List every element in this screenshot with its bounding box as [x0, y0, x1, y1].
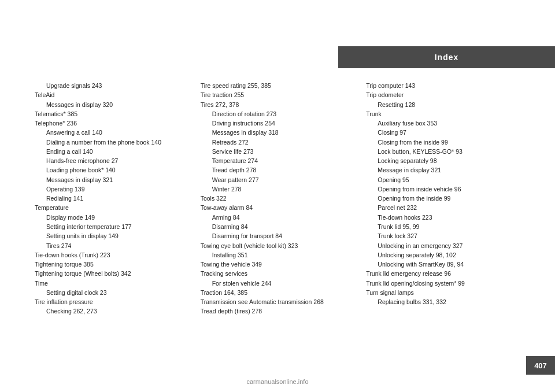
list-item: Unlocking with SmartKey 89, 94	[366, 260, 526, 269]
list-item: Transmission see Automatic transmission …	[201, 297, 361, 306]
list-item: Temperature	[35, 203, 195, 212]
list-item: Ending a call 140	[35, 147, 195, 156]
list-item: Checking 262, 273	[35, 306, 195, 316]
list-item: Towing eye bolt (vehicle tool kit) 323	[201, 241, 361, 250]
list-item: Resetting 128	[366, 100, 526, 109]
list-item: Trunk lid 95, 99	[366, 222, 526, 231]
list-item: Upgrade signals 243	[35, 81, 195, 90]
list-item: Setting interior temperature 177	[35, 222, 195, 231]
index-column-1: Upgrade signals 243TeleAidMessages in di…	[35, 81, 201, 357]
list-item: Dialing a number from the phone book 140	[35, 138, 195, 147]
list-item: Hands-free microphone 27	[35, 156, 195, 165]
list-item: Replacing bulbs 331, 332	[366, 297, 526, 306]
list-item: Tire speed rating 255, 385	[201, 81, 361, 90]
list-item: Arming 84	[201, 213, 361, 222]
list-item: Trip computer 143	[366, 81, 526, 90]
list-item: Messages in display 321	[35, 175, 195, 184]
list-item: Disarming for transport 84	[201, 231, 361, 241]
list-item: Loading phone book* 140	[35, 165, 195, 175]
list-item: Service life 273	[201, 147, 361, 156]
list-item: Trunk lock 327	[366, 231, 526, 241]
content-area: Upgrade signals 243TeleAidMessages in di…	[35, 81, 532, 357]
list-item: Unlocking in an emergency 327	[366, 241, 526, 250]
list-item: Installing 351	[201, 250, 361, 260]
list-item: Direction of rotation 273	[201, 109, 361, 119]
list-item: Tie-down hooks 223	[366, 213, 526, 222]
list-item: Locking separately 98	[366, 156, 526, 165]
index-title: Index	[435, 53, 459, 62]
list-item: Trunk lid opening/closing system* 99	[366, 279, 526, 288]
list-item: Trunk	[366, 109, 526, 119]
list-item: Tightening torque 385	[35, 260, 195, 269]
list-item: Auxiliary fuse box 353	[366, 119, 526, 128]
list-item: Trip odometer	[366, 90, 526, 99]
list-item: Unlocking separately 98, 102	[366, 250, 526, 260]
list-item: Operating 139	[35, 184, 195, 194]
list-item: Redialing 141	[35, 194, 195, 203]
list-item: Traction 164, 385	[201, 288, 361, 297]
list-item: Closing 97	[366, 128, 526, 137]
list-item: Tire inflation pressure	[35, 297, 195, 306]
list-item: Towing the vehicle 349	[201, 260, 361, 269]
list-item: Telematics* 385	[35, 109, 195, 119]
list-item: Messages in display 320	[35, 100, 195, 109]
list-item: Opening from the inside 99	[366, 194, 526, 203]
list-item: Tread depth 278	[201, 165, 361, 175]
list-item: Message in display 321	[366, 165, 526, 175]
list-item: Tires 272, 378	[201, 100, 361, 109]
index-header-bar: Index	[338, 46, 555, 68]
list-item: Tires 274	[35, 241, 195, 250]
list-item: Telephone* 236	[35, 119, 195, 128]
index-column-2: Tire speed rating 255, 385Tire traction …	[201, 81, 367, 357]
list-item: Winter 278	[201, 184, 361, 194]
list-item: Tire traction 255	[201, 90, 361, 99]
list-item: Opening from inside vehicle 96	[366, 184, 526, 194]
list-item: Closing from the inside 99	[366, 138, 526, 147]
page-number: 407	[534, 361, 547, 370]
list-item: Tie-down hooks (Trunk) 223	[35, 250, 195, 260]
list-item: Messages in display 318	[201, 128, 361, 137]
watermark: carmanualsonline.info	[246, 378, 308, 385]
list-item: Tread depth (tires) 278	[201, 306, 361, 316]
list-item: Setting digital clock 23	[35, 288, 195, 297]
list-item: TeleAid	[35, 90, 195, 99]
list-item: Opening 95	[366, 175, 526, 184]
list-item: Wear pattern 277	[201, 175, 361, 184]
list-item: For stolen vehicle 244	[201, 279, 361, 288]
list-item: Time	[35, 279, 195, 288]
list-item: Driving instructions 254	[201, 119, 361, 128]
list-item: Lock button, KEYLESS-GO* 93	[366, 147, 526, 156]
list-item: Tow-away alarm 84	[201, 203, 361, 212]
list-item: Parcel net 232	[366, 203, 526, 212]
list-item: Setting units in display 149	[35, 231, 195, 241]
list-item: Display mode 149	[35, 213, 195, 222]
page-number-box: 407	[526, 356, 555, 375]
list-item: Tools 322	[201, 194, 361, 203]
list-item: Disarming 84	[201, 222, 361, 231]
list-item: Retreads 272	[201, 138, 361, 147]
list-item: Tracking services	[201, 269, 361, 278]
list-item: Trunk lid emergency release 96	[366, 269, 526, 278]
list-item: Answering a call 140	[35, 128, 195, 137]
list-item: Turn signal lamps	[366, 288, 526, 297]
index-column-3: Trip computer 143Trip odometerResetting …	[366, 81, 532, 357]
list-item: Temperature 274	[201, 156, 361, 165]
list-item: Tightening torque (Wheel bolts) 342	[35, 269, 195, 278]
